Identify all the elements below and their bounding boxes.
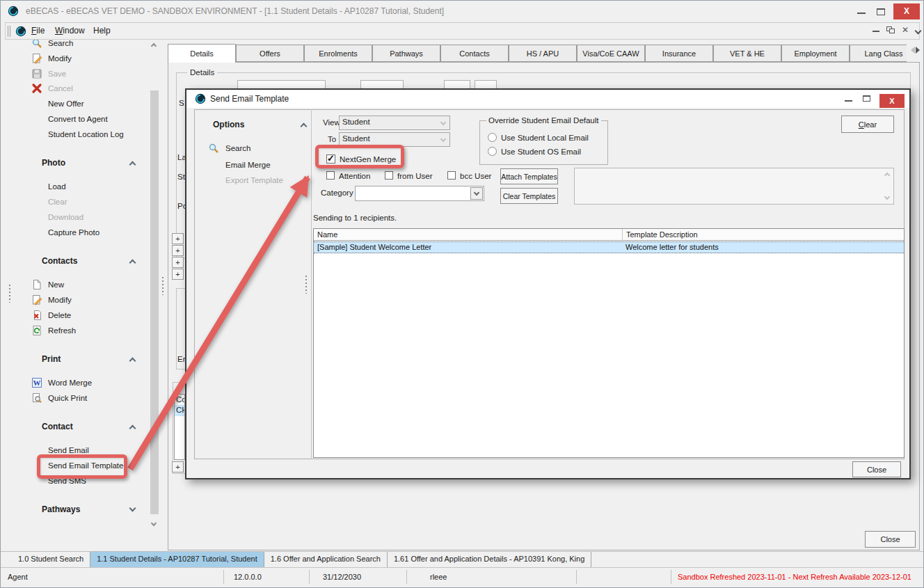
background-label: St	[177, 173, 185, 181]
from-user-label[interactable]: from User	[397, 172, 432, 180]
use-os-email-label[interactable]: Use Student OS Email	[501, 148, 581, 156]
sidebar-item-quick-print[interactable]: Quick Print	[31, 390, 155, 406]
tab-employment[interactable]: Employment	[781, 45, 850, 62]
scroll-down-icon[interactable]	[151, 521, 157, 526]
sidebar-item-cancel[interactable]: Cancel	[31, 81, 155, 96]
bcc-user-label[interactable]: bcc User	[460, 172, 491, 180]
menu-file[interactable]: File	[31, 26, 45, 35]
expand-button[interactable]: +	[172, 233, 184, 244]
bottom-tab-student-details[interactable]: 1.1 Student Details - AP10287 Tutorial, …	[90, 552, 264, 567]
status-sandbox-alert: Sandbox Refreshed 2023-11-01 - Next Refr…	[678, 573, 911, 581]
sidebar-item-student-location-log[interactable]: Student Location Log	[31, 127, 155, 142]
category-dropdown-button[interactable]	[470, 187, 483, 200]
sidebar-item-contact-refresh[interactable]: Refresh	[31, 323, 155, 338]
template-table: Name Template Description [Sample] Stude…	[313, 228, 905, 458]
scroll-up-icon[interactable]	[151, 43, 157, 49]
sidebar-scrollbar-thumb[interactable]	[150, 90, 159, 514]
override-group-label: Override Student Email Default	[486, 116, 601, 125]
use-local-email-label[interactable]: Use Student Local Email	[501, 134, 589, 142]
sidebar-item-new-offer[interactable]: New Offer	[31, 96, 155, 111]
bottom-tab-offer-details[interactable]: 1.61 Offer and Application Details - AP1…	[388, 552, 591, 567]
mdi-minimize-icon[interactable]	[873, 31, 879, 32]
sidebar-item-contact-delete[interactable]: Delete	[31, 308, 155, 323]
tab-contacts[interactable]: Contacts	[440, 45, 509, 62]
column-header-description[interactable]: Template Description	[622, 229, 904, 241]
sidebar-item-contact-modify[interactable]: Modify	[31, 292, 155, 308]
close-window-button[interactable]: X	[893, 3, 920, 19]
sidebar-left-grip[interactable]	[9, 285, 10, 303]
minimize-icon[interactable]	[857, 13, 866, 14]
expand-button[interactable]: +	[172, 257, 184, 268]
sidebar-item-word-merge[interactable]: W Word Merge	[31, 375, 155, 390]
attention-label[interactable]: Attention	[339, 172, 370, 180]
form-close-button[interactable]: Close	[865, 531, 916, 548]
options-splitter[interactable]	[311, 109, 312, 459]
clear-button[interactable]: Clear	[841, 116, 894, 133]
expand-button[interactable]: +	[172, 245, 184, 256]
chevron-down-icon	[129, 504, 136, 511]
dialog-option-email-merge[interactable]: Email Merge	[225, 161, 271, 169]
tab-enrolments[interactable]: Enrolments	[304, 45, 372, 62]
sidebar-item-load[interactable]: Load	[31, 179, 155, 194]
sidebar-item-clear[interactable]: Clear	[31, 194, 155, 209]
tab-offers[interactable]: Offers	[236, 45, 304, 62]
sidebar-item-save[interactable]: Save	[31, 66, 155, 81]
sidebar-item-download[interactable]: Download	[31, 209, 155, 225]
sidebar-section-print[interactable]: Print	[42, 354, 135, 364]
svg-text:W: W	[33, 379, 41, 387]
category-select[interactable]	[355, 186, 484, 201]
tab-vet-he[interactable]: VET & HE	[713, 45, 781, 62]
tab-details[interactable]: Details	[168, 44, 236, 63]
expand-button[interactable]: +	[172, 461, 184, 472]
dialog-close-icon[interactable]: X	[879, 94, 905, 108]
attention-checkbox[interactable]	[326, 171, 335, 180]
sidebar-item-convert-to-agent[interactable]: Convert to Agent	[31, 111, 155, 127]
attached-templates-box[interactable]	[574, 168, 894, 205]
dialog-options-header[interactable]: Options	[213, 120, 306, 129]
dialog-close-button[interactable]: Close	[852, 461, 901, 477]
sidebar-item-modify[interactable]: Modify	[31, 51, 155, 66]
clear-templates-button[interactable]: Clear Templates	[500, 188, 558, 204]
sidebar-section-photo[interactable]: Photo	[42, 158, 135, 168]
sidebar-section-contact[interactable]: Contact	[42, 422, 135, 431]
view-select[interactable]: Student	[339, 116, 450, 130]
mdi-menu-chevron-icon[interactable]	[915, 28, 922, 35]
bottom-tab-offer-search[interactable]: 1.6 Offer and Application Search	[264, 552, 388, 567]
tab-scroll-left-icon[interactable]	[907, 47, 915, 54]
tab-pathways[interactable]: Pathways	[372, 45, 440, 62]
sidebar-item-contact-new[interactable]: New	[31, 277, 155, 292]
sidebar-right-grip[interactable]	[162, 277, 164, 295]
override-groupbox	[479, 120, 608, 165]
tab-scroll-right-icon[interactable]	[916, 47, 923, 54]
table-row-selected[interactable]: [Sample] Student Welcome Letter Welcome …	[314, 241, 904, 253]
tab-hs-apu[interactable]: HS / APU	[509, 45, 577, 62]
dialog-minimize-icon[interactable]	[845, 100, 852, 102]
dialog-restore-icon[interactable]	[863, 95, 870, 102]
use-local-email-radio[interactable]	[488, 133, 497, 142]
scroll-down-icon[interactable]	[884, 194, 890, 200]
expand-button[interactable]: +	[172, 269, 184, 280]
bottom-tab-student-search[interactable]: 1.0 Student Search	[12, 552, 90, 567]
sidebar-section-pathways[interactable]: Pathways	[42, 504, 135, 514]
use-os-email-radio[interactable]	[488, 147, 497, 156]
bcc-user-checkbox[interactable]	[447, 171, 456, 180]
menu-grip2	[10, 26, 10, 37]
tab-insurance[interactable]: Insurance	[645, 45, 713, 62]
restore-icon[interactable]	[877, 8, 885, 15]
from-user-checkbox[interactable]	[385, 171, 393, 180]
scroll-up-icon[interactable]	[884, 173, 890, 178]
menu-help[interactable]: Help	[93, 26, 111, 35]
options-splitter-grip[interactable]	[305, 276, 307, 294]
menu-window[interactable]: Window	[55, 26, 85, 35]
tab-visa-coe[interactable]: Visa/CoE CAAW	[577, 45, 645, 62]
dialog-option-export-template[interactable]: Export Template	[225, 176, 283, 184]
sidebar-scrollbar[interactable]	[149, 40, 160, 530]
sidebar-section-contacts[interactable]: Contacts	[42, 256, 135, 266]
column-header-name[interactable]: Name	[314, 229, 622, 241]
attach-templates-button[interactable]: Attach Templates	[500, 168, 558, 184]
menu-grip[interactable]	[8, 26, 8, 37]
sidebar-item-capture-photo[interactable]: Capture Photo	[31, 225, 155, 240]
mdi-close-icon[interactable]: ✕	[902, 25, 909, 35]
dialog-option-search[interactable]: Search	[208, 143, 250, 154]
tab-lang-class[interactable]: Lang Class	[850, 45, 907, 62]
